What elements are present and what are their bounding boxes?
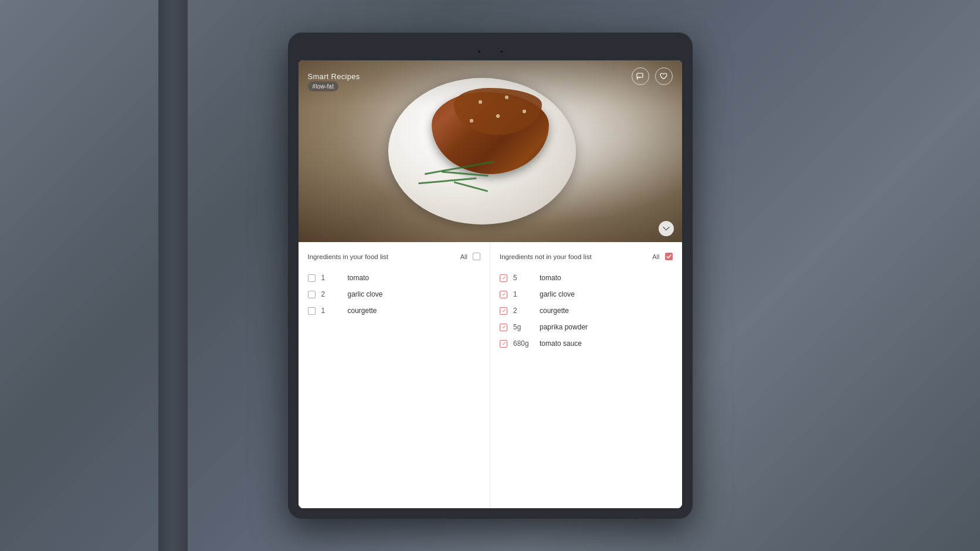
ingredient-name-r3: courgette: [540, 307, 569, 315]
image-header: Smart Recipes: [308, 67, 673, 85]
ingredient-checkbox-r4[interactable]: [500, 324, 507, 331]
header-actions: [632, 67, 673, 85]
ingredient-name-r2: garlic clove: [540, 290, 575, 298]
ingredient-qty-r3: 2: [513, 307, 534, 315]
right-all-checkbox[interactable]: [665, 253, 673, 260]
ingredient-qty-2: 2: [321, 290, 342, 298]
chevron-down-button[interactable]: [659, 221, 674, 236]
table-row: 2 garlic clove: [308, 286, 481, 302]
ingredient-checkbox-r2[interactable]: [500, 291, 507, 298]
svg-point-1: [636, 79, 637, 80]
left-col-title: Ingredients in your food list: [308, 253, 388, 260]
table-row: 680g tomato sauce: [500, 335, 673, 352]
ingredient-checkbox-2[interactable]: [308, 291, 316, 298]
ingredients-area: Ingredients in your food list All 1 toma…: [299, 242, 682, 508]
table-row: 1 tomato: [308, 270, 481, 286]
recipe-image-container: Smart Recipes: [299, 60, 682, 242]
left-all-label: All: [460, 253, 467, 260]
tablet-screen: Smart Recipes: [299, 60, 682, 508]
ingredient-qty-3: 1: [321, 307, 342, 315]
tablet-device: Smart Recipes: [288, 32, 693, 519]
ingredient-checkbox-3[interactable]: [308, 307, 316, 315]
ingredient-name-r1: tomato: [540, 274, 561, 282]
right-ingredients-column: Ingredients not in your food list All: [490, 242, 682, 508]
ingredient-name-r5: tomato sauce: [540, 339, 582, 348]
left-ingredients-column: Ingredients in your food list All 1 toma…: [299, 242, 491, 508]
greens-visual: [412, 161, 530, 196]
ingredient-checkbox-1[interactable]: [308, 274, 316, 282]
svg-rect-0: [637, 73, 643, 77]
right-all-label: All: [652, 253, 659, 260]
tag-pill: #low-fat: [308, 81, 339, 91]
right-col-header: Ingredients not in your food list All: [500, 253, 673, 260]
ingredient-name-3: courgette: [348, 307, 377, 315]
app-title: Smart Recipes: [308, 72, 360, 81]
ingredient-checkbox-r3[interactable]: [500, 307, 507, 315]
ingredient-qty-r5: 680g: [513, 339, 534, 348]
right-ingredient-list: 5 tomato 1 garlic clove 2: [500, 270, 673, 352]
ingredient-qty-r1: 5: [513, 274, 534, 282]
tablet-top-bar: [299, 43, 682, 60]
ingredient-name-1: tomato: [348, 274, 369, 282]
right-all-control: All: [652, 253, 672, 260]
right-col-title: Ingredients not in your food list: [500, 253, 592, 260]
favorite-button[interactable]: [655, 67, 673, 85]
table-row: 1 courgette: [308, 302, 481, 319]
left-ingredient-list: 1 tomato 2 garlic clove 1 courgette: [308, 270, 481, 319]
screen-cast-button[interactable]: [632, 67, 649, 85]
ingredient-checkbox-r5[interactable]: [500, 340, 507, 348]
left-col-header: Ingredients in your food list All: [308, 253, 481, 260]
camera-right: [499, 49, 504, 54]
ingredient-qty-r2: 1: [513, 290, 534, 298]
table-row: 5 tomato: [500, 270, 673, 286]
ingredient-qty-1: 1: [321, 274, 342, 282]
ingredient-checkbox-r1[interactable]: [500, 274, 507, 282]
ingredient-qty-r4: 5g: [513, 323, 534, 331]
ingredient-name-2: garlic clove: [348, 290, 383, 298]
left-all-checkbox[interactable]: [473, 253, 480, 260]
ingredient-name-r4: paprika powder: [540, 323, 588, 331]
table-row: 5g paprika powder: [500, 319, 673, 335]
table-row: 2 courgette: [500, 302, 673, 319]
table-row: 1 garlic clove: [500, 286, 673, 302]
left-all-control: All: [460, 253, 480, 260]
camera-left: [477, 49, 481, 54]
